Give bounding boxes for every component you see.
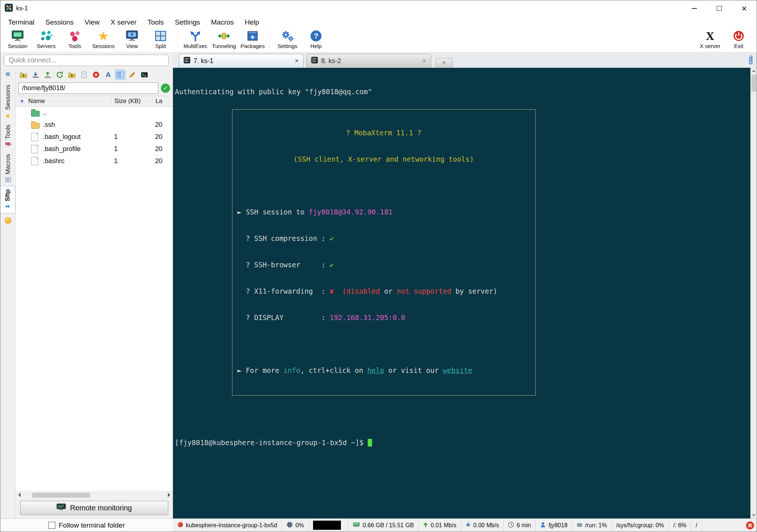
minimize-icon	[692, 8, 697, 9]
column-header-last[interactable]: La	[152, 98, 173, 105]
tunneling-button[interactable]: Tunneling	[210, 29, 238, 49]
collapse-sidebar-button[interactable]: «	[5, 69, 10, 78]
help-link[interactable]: help	[367, 366, 384, 374]
banner-text: by server)	[451, 287, 497, 295]
file-row-ssh[interactable]: .ssh 20	[16, 119, 173, 131]
tunneling-label: Tunneling	[212, 43, 236, 49]
scroll-track[interactable]	[22, 493, 166, 498]
sidebar-macros-label: Macros	[4, 154, 12, 175]
delete-icon[interactable]	[91, 70, 101, 80]
scroll-down-arrow[interactable]	[751, 512, 757, 518]
minimize-button[interactable]	[682, 0, 707, 16]
servers-label: Servers	[37, 43, 56, 49]
multiexec-icon	[189, 29, 202, 43]
sidebar-item-sessions[interactable]: Sessions ★	[0, 82, 15, 122]
terminal-scrollbar[interactable]	[750, 68, 757, 518]
terminal-output[interactable]: Authenticating with public key "fjy8018@…	[173, 68, 750, 518]
banner-text: or visit our	[384, 366, 443, 374]
status-disk-extra: /	[691, 519, 702, 532]
ssh-session-target: fjy8018@34.92.90.181	[309, 208, 393, 216]
follow-terminal-folder[interactable]: Follow terminal folder	[0, 518, 173, 532]
sessions-star-icon: ★	[97, 29, 110, 43]
tab-ks-2[interactable]: 8. ks-2 ×	[306, 54, 431, 67]
exit-button[interactable]: Exit	[724, 29, 753, 49]
file-name: ..	[43, 109, 111, 117]
banner-text: ► For more	[238, 366, 284, 374]
sidebar-item-sftp[interactable]: Sftp	[0, 186, 15, 213]
scroll-left-arrow[interactable]	[17, 493, 22, 498]
toolbar: Session Servers Tools ★ Sessions View Sp…	[0, 28, 757, 52]
disk-icon	[577, 522, 583, 529]
menu-x-server[interactable]: X server	[105, 17, 142, 28]
new-file-icon[interactable]	[79, 70, 89, 80]
tab-close-icon[interactable]: ×	[295, 57, 299, 65]
session-button[interactable]: Session	[3, 29, 32, 49]
quick-connect-input[interactable]	[4, 55, 169, 66]
statusbar: kubesphere-instance-group-1-bx5d 0% 0.66…	[173, 518, 757, 532]
quick-connect-area	[0, 52, 173, 68]
file-row-bash-logout[interactable]: .bash_logout 1 20	[16, 131, 173, 143]
column-header-size[interactable]: Size (KB)	[111, 98, 152, 105]
tab-close-icon[interactable]: ×	[422, 57, 426, 65]
side-strip: « Sessions ★ Tools Macros Sftp	[0, 68, 16, 518]
split-button[interactable]: Split	[146, 29, 175, 49]
tab-label: 7. ks-1	[194, 57, 213, 65]
help-button[interactable]: ? Help	[302, 29, 330, 49]
edit-pencil-icon[interactable]	[127, 70, 137, 80]
menu-view[interactable]: View	[79, 17, 105, 28]
banner-text: ► SSH session to	[238, 208, 309, 216]
close-button[interactable]: ×	[732, 0, 757, 16]
column-header-name[interactable]: Name	[28, 98, 111, 105]
rename-icon[interactable]: A	[103, 70, 113, 80]
file-row-bashrc[interactable]: .bashrc 1 20	[16, 155, 173, 167]
website-link[interactable]: website	[443, 366, 472, 374]
refresh-icon[interactable]	[55, 70, 65, 80]
file-row-parent[interactable]: ..	[16, 107, 173, 119]
scroll-up-arrow[interactable]	[751, 68, 757, 74]
servers-button[interactable]: Servers	[32, 29, 60, 49]
tools-button[interactable]: Tools	[60, 29, 89, 49]
go-parent-folder-icon[interactable]	[18, 70, 29, 80]
packages-icon	[246, 29, 259, 43]
tree-expander-icon[interactable]: ▼	[16, 99, 28, 104]
settings-button[interactable]: Settings	[273, 29, 302, 49]
status-uptime: 6 min	[504, 519, 536, 532]
sessions-button[interactable]: ★ Sessions	[89, 29, 118, 49]
upload-icon[interactable]	[43, 70, 53, 80]
new-tab-button[interactable]: +	[436, 58, 453, 67]
new-folder-icon[interactable]	[67, 70, 77, 80]
follow-terminal-checkbox[interactable]	[48, 522, 55, 529]
file-name: .bashrc	[43, 157, 111, 165]
menu-terminal[interactable]: Terminal	[3, 17, 40, 28]
menu-sessions[interactable]: Sessions	[40, 17, 79, 28]
scroll-right-arrow[interactable]	[166, 493, 172, 498]
x-server-button[interactable]: X X server	[696, 29, 724, 49]
help-ball-icon[interactable]	[4, 217, 11, 224]
sidebar-item-tools[interactable]: Tools	[0, 122, 15, 151]
multiexec-button[interactable]: MultiExec	[181, 29, 210, 49]
menu-help[interactable]: Help	[239, 17, 265, 28]
remote-monitoring-button[interactable]: Remote monitoring	[20, 501, 168, 515]
view-button[interactable]: View	[118, 29, 146, 49]
menu-macros[interactable]: Macros	[206, 17, 239, 28]
sftp-path-row: ✓	[16, 82, 173, 96]
file-icon	[31, 145, 43, 153]
packages-button[interactable]: Packages	[238, 29, 267, 49]
maximize-button[interactable]	[707, 0, 732, 16]
file-row-bash-profile[interactable]: .bash_profile 1 20	[16, 143, 173, 155]
tab-ks-1[interactable]: 7. ks-1 ×	[179, 54, 304, 67]
scroll-thumb[interactable]	[752, 75, 756, 92]
sftp-path-input[interactable]	[18, 82, 158, 94]
horizontal-scrollbar[interactable]	[16, 491, 173, 498]
sidebar-item-macros[interactable]: Macros	[0, 151, 15, 186]
menu-tools[interactable]: Tools	[142, 17, 169, 28]
status-close-button[interactable]	[743, 519, 757, 532]
clock-icon	[508, 522, 514, 529]
download-icon[interactable]	[30, 70, 41, 80]
terminal-column: Authenticating with public key "fjy8018@…	[173, 68, 757, 518]
dual-pane-view-icon[interactable]	[115, 70, 125, 80]
menu-settings[interactable]: Settings	[169, 17, 206, 28]
open-terminal-icon[interactable]	[139, 70, 150, 80]
scroll-thumb[interactable]	[32, 493, 90, 498]
paperclip-icon[interactable]	[747, 55, 754, 67]
